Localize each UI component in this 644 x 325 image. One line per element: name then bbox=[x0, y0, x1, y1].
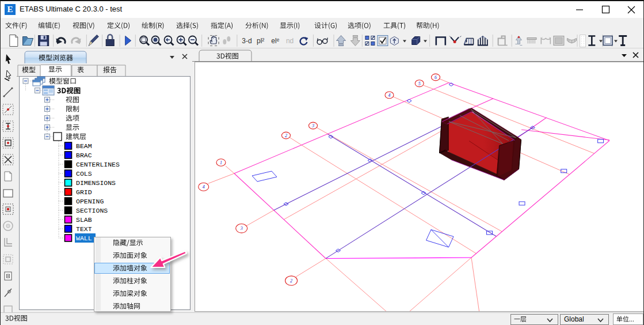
svg-text:2: 2 bbox=[285, 133, 287, 138]
svg-text:BEAM: BEAM bbox=[76, 142, 92, 150]
svg-text:GRID: GRID bbox=[76, 188, 92, 196]
svg-text:nd: nd bbox=[286, 37, 294, 45]
svg-text:4: 4 bbox=[203, 184, 205, 190]
svg-text:5: 5 bbox=[418, 81, 421, 86]
svg-text:elᵉ: elᵉ bbox=[271, 37, 279, 45]
svg-text:OPENING: OPENING bbox=[76, 198, 104, 205]
svg-text:DIMENSIONS: DIMENSIONS bbox=[76, 179, 116, 187]
svg-text:pl²: pl² bbox=[257, 37, 264, 45]
svg-text:3-d: 3-d bbox=[242, 37, 251, 45]
svg-text:3: 3 bbox=[240, 226, 243, 231]
svg-text:SECTIONS: SECTIONS bbox=[76, 207, 108, 214]
svg-text:4: 4 bbox=[388, 93, 391, 98]
svg-text:COLS: COLS bbox=[76, 170, 92, 177]
svg-text:WALL: WALL bbox=[76, 235, 92, 242]
svg-text:6: 6 bbox=[435, 75, 437, 80]
svg-text:SLAB: SLAB bbox=[76, 216, 92, 224]
svg-text:CENTERLINES: CENTERLINES bbox=[76, 161, 120, 168]
svg-text:2: 2 bbox=[290, 278, 292, 284]
svg-text:TEXT: TEXT bbox=[76, 225, 92, 233]
svg-text:3: 3 bbox=[311, 123, 314, 129]
svg-text:1: 1 bbox=[220, 160, 222, 165]
svg-text:BRAC: BRAC bbox=[76, 152, 92, 159]
